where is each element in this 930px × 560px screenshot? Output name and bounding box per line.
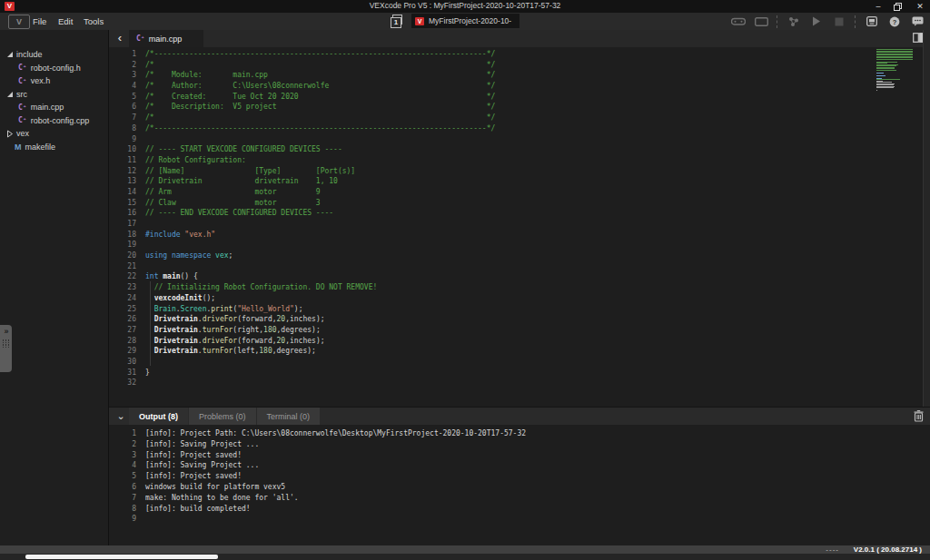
toolbar-separator [777, 15, 778, 28]
horizontal-scrollbar-thumb[interactable] [25, 555, 218, 559]
tree-item-label: robot-config.h [31, 64, 81, 73]
tree-item-vex[interactable]: vex [0, 127, 108, 141]
code-line: 4/* Author: C:\Users\08connerwolfe */ [109, 81, 923, 92]
output-tab-output[interactable]: Output (8) [129, 408, 188, 426]
code-line: 25 Brain.Screen.print("Hello_World"); [109, 304, 923, 315]
output-line: 6windows build for platform vexv5 [109, 482, 930, 493]
code-line: 1/*-------------------------------------… [109, 49, 923, 60]
code-line: 8/*-------------------------------------… [109, 123, 923, 134]
code-line: 12// [Name] [Type] [Port(s)] [109, 166, 923, 177]
close-button[interactable]: ✕ [915, 0, 925, 13]
code-line: 16// ---- END VEXCODE CONFIGURED DEVICES… [109, 208, 923, 219]
device-info-icon[interactable] [865, 15, 879, 27]
code-editor[interactable]: 1/*-------------------------------------… [109, 47, 923, 407]
minimize-button[interactable]: – [873, 0, 884, 13]
code-line: 11// Robot Configuration: [109, 155, 923, 166]
output-line: 9 [109, 514, 930, 525]
code-line: 30 [109, 357, 923, 368]
code-line: 20using namespace vex; [109, 251, 923, 261]
brain-screen-icon[interactable] [754, 15, 768, 27]
feedback-icon[interactable] [910, 15, 925, 27]
cpp-file-icon: C⁺ [18, 103, 27, 112]
menu-toolbar: V File Edit Tools 1 V MyFirstProject-202… [0, 13, 930, 31]
controller-icon[interactable] [731, 15, 746, 27]
vexcode-window: V VEXcode Pro V5 : MyFirstProject-2020-1… [0, 0, 930, 560]
stop-icon[interactable] [832, 15, 846, 27]
output-line: 8[info]: build completed! [109, 504, 930, 515]
code-line: 9 [109, 134, 923, 145]
tree-item-label: vex [16, 129, 29, 138]
tree-item-robot-config-cpp[interactable]: C⁺robot-config.cpp [0, 114, 108, 128]
code-line: 15// Claw motor 3 [109, 198, 923, 209]
title-bar: V VEXcode Pro V5 : MyFirstProject-2020-1… [0, 0, 930, 13]
code-line: 6/* Description: V5 project */ [109, 102, 923, 113]
tree-item-label: robot-config.cpp [31, 116, 90, 125]
version-label: V2.0.1 ( 20.08.2714 ) [854, 545, 922, 554]
cpp-file-icon: C⁺ [18, 116, 27, 124]
status-bar: ---- V2.0.1 ( 20.08.2714 ) [0, 545, 930, 554]
cpp-file-icon: C⁺ [18, 64, 27, 72]
output-console[interactable]: 1[info]: Project Path: C:\Users\08conner… [109, 425, 930, 549]
editor-tab-bar: ‹ C⁺ main.cpp [109, 30, 930, 47]
tree-item-robot-config-h[interactable]: C⁺robot-config.h [0, 62, 108, 75]
download-icon[interactable] [787, 15, 801, 27]
menu-tools[interactable]: Tools [80, 13, 107, 30]
tree-item-main-cpp[interactable]: C⁺main.cpp [0, 101, 108, 114]
folder-open-icon [5, 91, 15, 98]
code-line: 31} [109, 368, 923, 378]
slot-selector-icon[interactable]: 1 [391, 15, 407, 28]
code-line: 19 [109, 240, 923, 251]
clear-output-icon[interactable] [914, 410, 924, 422]
tab-label: main.cpp [149, 34, 183, 44]
panel-flyout-handle[interactable]: » [0, 325, 12, 372]
toolbar-separator [855, 15, 856, 28]
menu-edit[interactable]: Edit [54, 13, 76, 30]
code-line: 18#include "vex.h" [109, 230, 923, 241]
code-line: 2/* */ [109, 60, 923, 71]
code-lines: 1/*-------------------------------------… [109, 47, 923, 388]
tree-item-label: makefile [25, 142, 56, 152]
code-line: 26 Drivetrain.driveFor(forward,20,inches… [109, 314, 923, 325]
collapse-panel-icon[interactable]: ⌄ [114, 409, 127, 424]
run-icon[interactable] [809, 15, 824, 27]
output-panel-header: ⌄ Output (8)Problems (0)Terminal (0) [109, 407, 930, 426]
cpp-file-icon: C⁺ [18, 77, 27, 85]
tree-item-vex-h[interactable]: C⁺vex.h [0, 74, 108, 88]
code-line: 21 [109, 261, 923, 272]
window-title: VEXcode Pro V5 : MyFirstProject-2020-10-… [0, 1, 930, 10]
project-name: MyFirstProject-2020-10- [429, 16, 511, 25]
output-line: 4[info]: Saving Project ... [109, 460, 930, 471]
code-line: 17 [109, 219, 923, 230]
code-line: 32 [109, 378, 923, 388]
file-explorer-sidebar: includeC⁺robot-config.hC⁺vex.hsrcC⁺main.… [0, 30, 109, 545]
tree-item-src[interactable]: src [0, 88, 108, 102]
folder-closed-icon [5, 130, 15, 138]
code-line: 23 // Initializing Robot Configuration. … [109, 282, 923, 293]
output-tab-terminal[interactable]: Terminal (0) [257, 408, 321, 426]
code-line: 29 Drivetrain.turnFor(left,180,degrees); [109, 346, 923, 357]
vexcode-logo-button[interactable]: V [8, 15, 30, 29]
project-name-field[interactable]: V MyFirstProject-2020-10- [411, 14, 519, 28]
tree-item-makefile[interactable]: Mmakefile [0, 141, 108, 154]
code-line: 22int main() { [109, 271, 923, 282]
indent-guide [150, 281, 151, 366]
tree-item-label: vex.h [31, 76, 51, 85]
tab-main-cpp[interactable]: C⁺ main.cpp [129, 30, 203, 47]
code-line: 7/* */ [109, 113, 923, 123]
output-line: 1[info]: Project Path: C:\Users\08conner… [109, 428, 930, 439]
restore-button[interactable] [894, 3, 905, 11]
output-line: 7make: Nothing to be done for 'all'. [109, 493, 930, 504]
help-icon[interactable]: ? [887, 15, 902, 27]
back-chevron-icon[interactable]: ‹ [113, 30, 127, 47]
drag-dots-icon [3, 339, 10, 348]
output-tab-problems[interactable]: Problems (0) [189, 408, 256, 426]
tree-item-label: main.cpp [31, 103, 64, 112]
svg-text:?: ? [893, 17, 897, 25]
menu-file[interactable]: File [29, 13, 50, 30]
status-dots: ---- [826, 545, 839, 554]
project-vex-icon: V [415, 17, 424, 25]
minimap[interactable] [876, 49, 915, 103]
tree-item-include[interactable]: include [0, 48, 108, 62]
makefile-icon: M [15, 142, 22, 152]
horizontal-scrollbar[interactable] [0, 554, 930, 560]
